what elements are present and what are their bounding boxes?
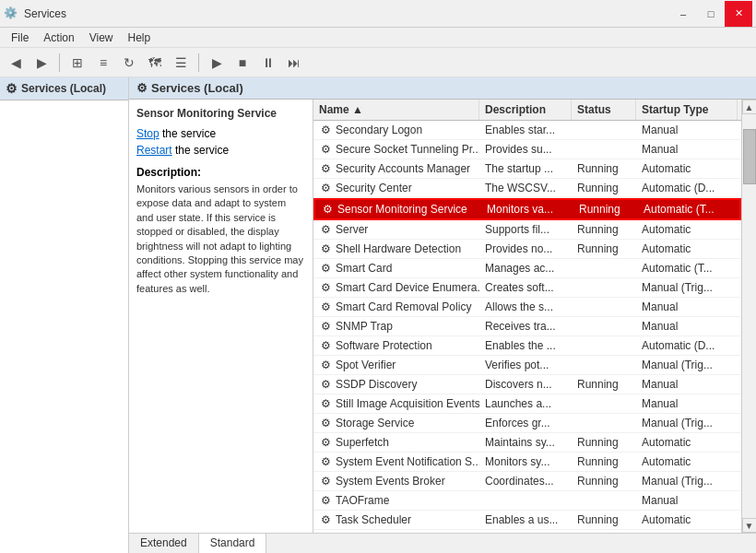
table-row[interactable]: ⚙TAOFrameManualLoc	[313, 491, 741, 511]
table-row[interactable]: ⚙SSDP DiscoveryDiscovers n...RunningManu…	[313, 375, 741, 394]
menu-help[interactable]: Help	[121, 29, 159, 46]
cell-status	[572, 298, 636, 316]
scrollbar-thumb[interactable]	[743, 129, 756, 184]
col-description[interactable]: Description	[479, 100, 572, 120]
grid-view-button[interactable]: ⊞	[65, 51, 89, 75]
table-row[interactable]: ⚙Smart Card Device Enumera...Creates sof…	[313, 278, 741, 298]
col-name[interactable]: Name ▲	[313, 100, 479, 120]
cell-description: Coordinates...	[479, 472, 572, 490]
service-icon: ⚙	[319, 359, 332, 371]
resume-button[interactable]: ⏭	[282, 51, 306, 75]
tab-standard[interactable]: Standard	[199, 534, 267, 553]
cell-startup: Manual	[636, 317, 738, 335]
cell-name: ⚙SSDP Discovery	[313, 375, 479, 394]
tab-extended[interactable]: Extended	[129, 534, 199, 553]
service-name-text: Superfetch	[336, 436, 389, 449]
cell-status: Running	[572, 511, 636, 529]
cell-status: Running	[572, 375, 636, 394]
cell-startup: Automatic (T...	[638, 200, 739, 218]
service-name-text: SSDP Discovery	[336, 378, 417, 391]
cell-name: ⚙TAOFrame	[313, 491, 479, 510]
table-row[interactable]: ⚙Secondary LogonEnables star...ManualLoc	[313, 121, 741, 140]
scroll-up-button[interactable]: ▲	[742, 100, 757, 114]
cell-description: Provides no...	[479, 240, 572, 258]
restart-service-link[interactable]: Restart	[136, 144, 172, 157]
minimize-button[interactable]: –	[669, 1, 697, 27]
right-header-icon: ⚙	[136, 81, 148, 95]
service-name-text: Security Center	[336, 182, 412, 194]
table-row[interactable]: ⚙System Event Notification S...Monitors …	[313, 453, 741, 472]
menu-action[interactable]: Action	[36, 29, 81, 46]
cell-status: Running	[572, 472, 636, 490]
bottom-tabs: Extended Standard	[129, 533, 756, 553]
separator-1	[59, 53, 60, 72]
service-icon: ⚙	[319, 494, 332, 507]
table-row[interactable]: ⚙Security CenterThe WSCSV...RunningAutom…	[313, 179, 741, 198]
service-icon: ⚙	[319, 242, 332, 255]
app-icon: ⚙️	[4, 6, 18, 21]
service-name-text: Server	[336, 223, 368, 236]
pause-button[interactable]: ⏸	[256, 51, 280, 75]
cell-description: The startup ...	[479, 159, 572, 178]
cell-description: Launches a...	[479, 394, 572, 413]
service-icon: ⚙	[319, 143, 332, 156]
map-drive-button[interactable]: 🗺	[143, 51, 167, 75]
play-button[interactable]: ▶	[205, 51, 229, 75]
table-row[interactable]: ⚙Smart CardManages ac...Automatic (T...L…	[313, 259, 741, 278]
table-row[interactable]: ⚙Smart Card Removal PolicyAllows the s..…	[313, 298, 741, 317]
list-view-button[interactable]: ≡	[91, 51, 115, 75]
cell-name: ⚙Smart Card Device Enumera...	[313, 278, 479, 297]
col-status[interactable]: Status	[572, 100, 636, 120]
table-row[interactable]: ⚙Spot VerifierVerifies pot...Manual (Tri…	[313, 356, 741, 375]
table-row[interactable]: ⚙Secure Socket Tunneling Pr...Provides s…	[313, 140, 741, 159]
table-row[interactable]: ⚙Still Image Acquisition EventsLaunches …	[313, 394, 741, 414]
table-row[interactable]: ⚙Sensor Monitoring ServiceMonitors va...…	[313, 198, 741, 220]
stop-service-link[interactable]: Stop	[136, 127, 159, 140]
table-row[interactable]: ⚙Shell Hardware DetectionProvides no...R…	[313, 240, 741, 259]
back-button[interactable]: ◀	[4, 51, 28, 75]
table-row[interactable]: ⚙Storage ServiceEnforces gr...Manual (Tr…	[313, 414, 741, 433]
table-row[interactable]: ⚙SuperfetchMaintains sy...RunningAutomat…	[313, 433, 741, 453]
cell-startup: Automatic	[636, 220, 738, 239]
maximize-button[interactable]: □	[697, 1, 725, 27]
cell-description: Maintains sy...	[479, 433, 572, 452]
properties-button[interactable]: ☰	[169, 51, 193, 75]
right-panel-header: ⚙ Services (Local)	[129, 77, 756, 100]
left-panel: ⚙ Services (Local)	[0, 77, 129, 553]
table-row[interactable]: ⚙Software ProtectionEnables the ...Autom…	[313, 336, 741, 356]
scroll-down-button[interactable]: ▼	[742, 518, 757, 533]
menu-file[interactable]: File	[4, 29, 36, 46]
cell-startup: Manual	[636, 298, 738, 316]
service-name-text: Software Protection	[336, 339, 432, 352]
cell-status: Running	[572, 159, 636, 178]
detail-description: Monitors various sensors in order to exp…	[136, 182, 305, 296]
table-row[interactable]: ⚙SNMP TrapReceives tra...ManualLoc	[313, 317, 741, 336]
forward-button[interactable]: ▶	[30, 51, 53, 75]
cell-status	[572, 259, 636, 277]
service-name-text: Shell Hardware Detection	[336, 242, 461, 255]
service-icon: ⚙	[319, 223, 332, 236]
cell-status	[572, 394, 636, 413]
table-header: Name ▲ Description Status Startup Type L…	[313, 100, 741, 121]
table-row[interactable]: ⚙Task SchedulerEnables a us...RunningAut…	[313, 511, 741, 530]
stop-button[interactable]: ■	[230, 51, 254, 75]
table-row[interactable]: ⚙ServerSupports fil...RunningAutomaticLo…	[313, 220, 741, 240]
menu-view[interactable]: View	[82, 29, 121, 46]
cell-startup: Automatic	[636, 159, 738, 178]
table-row[interactable]: ⚙Security Accounts ManagerThe startup ..…	[313, 159, 741, 179]
service-icon: ⚙	[321, 203, 334, 216]
cell-startup: Manual (Trig...	[636, 472, 738, 490]
service-icon: ⚙	[319, 378, 332, 391]
cell-description: The WSCSV...	[479, 179, 572, 197]
cell-description: Monitors sy...	[479, 453, 572, 471]
refresh-button[interactable]: ↻	[117, 51, 141, 75]
cell-startup: Automatic	[636, 433, 738, 452]
close-button[interactable]: ✕	[725, 1, 752, 27]
cell-status	[572, 140, 636, 159]
col-startup[interactable]: Startup Type	[636, 100, 738, 120]
separator-2	[198, 53, 199, 72]
service-icon: ⚙	[319, 320, 332, 333]
detail-pane: Sensor Monitoring Service Stop the servi…	[129, 100, 313, 533]
cell-description: Allows the s...	[479, 298, 572, 316]
table-row[interactable]: ⚙System Events BrokerCoordinates...Runni…	[313, 472, 741, 491]
